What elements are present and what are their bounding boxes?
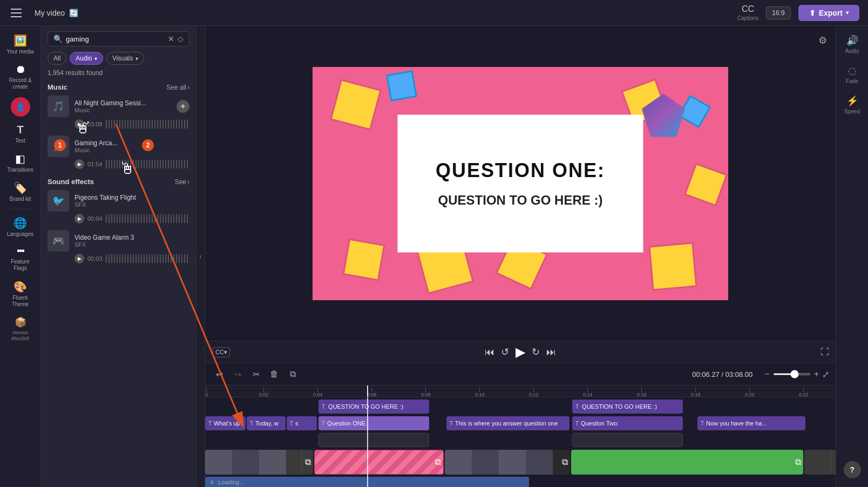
timeline-tracks-area[interactable]: T QUESTION TO GO HERE :) T QUESTION TO G… (205, 397, 836, 487)
music-name-2: Gaming Arca... (74, 139, 117, 147)
play-music-1-button[interactable]: ▶ (74, 119, 84, 129)
split-icon-1[interactable]: ⧉ (305, 457, 311, 467)
project-name: My video 🔄 (35, 9, 78, 17)
ratio-badge[interactable]: 16:9 (766, 6, 790, 19)
panel-collapse-button[interactable]: ‹ (196, 26, 205, 487)
languages-icon: 🌐 (13, 217, 27, 229)
fullscreen-button[interactable]: ⛶ (820, 347, 829, 357)
zoom-in-button[interactable]: + (814, 369, 819, 379)
track-row-3 (205, 432, 836, 448)
play-sfx-1-button[interactable]: ▶ (74, 214, 84, 224)
track-row-2: TWhat's up TToday, w Ts TQuestion ONE: T (205, 415, 836, 431)
right-panel-item-fade[interactable]: ◌ Fade (837, 60, 867, 89)
brand-kit-icon: 🏷️ (13, 181, 27, 194)
zoom-out-button[interactable]: − (764, 369, 769, 379)
music-duration-2: 01:54 (87, 161, 103, 167)
clip-white-1[interactable] (318, 433, 429, 447)
save-icon[interactable]: 🔄 (69, 9, 78, 17)
sfx-item-1[interactable]: 🐦 Pigeons Taking Flight SFX ▶ 00:04 (41, 187, 196, 227)
play-sfx-2-button[interactable]: ▶ (74, 254, 84, 263)
diamond-icon[interactable]: ◇ (178, 35, 184, 43)
skip-back-button[interactable]: ⏮ (485, 347, 494, 358)
sfx-waveform-1 (106, 214, 189, 223)
clip-questionone[interactable]: TQuestion ONE: (318, 416, 429, 430)
search-clear-icon[interactable]: ✕ (168, 35, 174, 43)
loading-bar: ⏸ Loading... (205, 477, 529, 487)
zoom-slider[interactable] (773, 373, 811, 375)
sfx-name-2: Video Game Alarm 3 (74, 234, 134, 241)
sidebar-item-feature-flags[interactable]: ••• FeatureFlags (2, 242, 39, 275)
music-item-1[interactable]: 🎵 All Night Gaming Sessi... Music + ▶ 03… (41, 92, 196, 132)
clip-question-to-go-here-2[interactable]: T QUESTION TO GO HERE :) (572, 400, 683, 414)
sidebar-item-version[interactable]: 📦 Version85e2b0f (2, 313, 39, 346)
music-type-1: Music (74, 107, 146, 113)
video-clip-3[interactable] (804, 450, 836, 475)
sidebar-item-record[interactable]: ⏺ Record &create (2, 59, 39, 94)
filter-tab-visuals[interactable]: Visuals ▾ (106, 52, 144, 65)
sidebar-avatar[interactable]: 👤 (11, 97, 30, 117)
sidebar-item-languages[interactable]: 🌐 Languages (2, 213, 39, 241)
split-icon-green[interactable]: ⧉ (795, 457, 801, 467)
export-icon: ⬆ (809, 9, 816, 17)
cut-button[interactable]: ✂ (248, 367, 263, 382)
video-preview-canvas: QUESTION ONE: QUESTION TO GO HERE :) (313, 67, 728, 300)
chevron-down-icon: ▾ (94, 56, 97, 62)
clip-todayw[interactable]: TToday, w (247, 416, 286, 430)
music-see-all[interactable]: See all › (166, 84, 189, 91)
timeline: ↩ ↪ ✂ 🗑 ⧉ 00:06.27 / 03:08.00 − + ⤢ (205, 363, 836, 487)
split-icon-2[interactable]: ⧉ (562, 457, 568, 467)
sfx-item-2[interactable]: 🎮 Video Game Alarm 3 SFX ▶ 00:03 (41, 227, 196, 267)
music-waveform-2 (106, 160, 189, 168)
search-bar[interactable]: 🔍 ✕ ◇ (48, 31, 189, 46)
preview-settings-button[interactable]: ⚙ (818, 35, 827, 46)
playback-controls: CC▾ ⏮ ↺ ▶ ↻ ⏭ ⛶ (205, 341, 836, 363)
sfx-see-all[interactable]: See › (175, 178, 189, 186)
transitions-icon: ◧ (15, 152, 25, 165)
clip-ts[interactable]: Ts (287, 416, 317, 430)
sidebar-item-text[interactable]: T Text (2, 120, 39, 147)
sidebar-item-brand-kit[interactable]: 🏷️ Brand kit (2, 178, 39, 206)
clip-nowyou[interactable]: TNow you have the ha... (697, 416, 805, 430)
clip-white-2[interactable] (572, 433, 683, 447)
clip-whatsup[interactable]: TWhat's up (205, 416, 246, 430)
video-clip-green[interactable]: ⧉ (571, 450, 803, 475)
preview-area: ⚙ QUESTION ONE: QUESTION TO GO HERE :) (205, 26, 836, 341)
filter-tab-audio[interactable]: Audio ▾ (70, 52, 103, 65)
clip-thisanswer[interactable]: TThis is where you answer question one (446, 416, 569, 430)
sidebar-item-your-media[interactable]: 🖼️ Your media (2, 30, 39, 58)
filter-tab-all[interactable]: All (48, 52, 66, 65)
fit-timeline-button[interactable]: ⤢ (822, 369, 829, 380)
redo-button[interactable]: ↪ (230, 367, 245, 382)
sidebar-item-transitions[interactable]: ◧ Transitions (2, 148, 39, 177)
cube-mr (683, 162, 728, 207)
play-music-2-button[interactable]: ▶ (74, 159, 84, 169)
fast-forward-button[interactable]: ↻ (532, 346, 540, 358)
rewind-button[interactable]: ↺ (501, 346, 509, 358)
hamburger-menu[interactable] (9, 6, 24, 19)
right-panel-item-speed[interactable]: ⚡ Speed (837, 91, 867, 119)
clip-qtwo[interactable]: TQuestion Two: (572, 416, 683, 430)
music-item-2[interactable]: 🎵 Gaming Arca... Music ▶ 01:54 (41, 132, 196, 172)
video-clip-1[interactable]: ⧉ (205, 450, 313, 475)
video-clip-pink[interactable]: ⧉ (314, 450, 444, 475)
captions-button[interactable]: CC Captions (737, 4, 758, 21)
closed-captions-button[interactable]: CC▾ (213, 347, 230, 357)
skip-forward-button[interactable]: ⏭ (546, 347, 556, 358)
right-panel-item-audio[interactable]: 🔊 Audio (837, 30, 867, 58)
music-type-2: Music (74, 147, 117, 153)
play-button[interactable]: ▶ (516, 344, 525, 360)
clip-question-to-go-here-1[interactable]: T QUESTION TO GO HERE :) (318, 400, 429, 414)
record-icon: ⏺ (15, 63, 26, 76)
add-music-1-button[interactable]: + (177, 100, 189, 113)
duplicate-button[interactable]: ⧉ (285, 367, 300, 382)
help-button[interactable]: ? (844, 461, 861, 478)
split-icon-pink[interactable]: ⧉ (435, 457, 441, 467)
undo-button[interactable]: ↩ (212, 367, 227, 382)
sidebar-item-fluent-theme[interactable]: 🎨 FluentTheme (2, 276, 39, 312)
track-row-video: ⧉ ⧉ ⧉ (205, 449, 836, 476)
video-clip-2[interactable]: ⧉ (445, 450, 570, 475)
search-input[interactable] (66, 35, 165, 43)
sfx-waveform-2 (106, 254, 189, 263)
delete-button[interactable]: 🗑 (267, 367, 282, 382)
export-button[interactable]: ⬆ Export ▾ (798, 5, 859, 21)
